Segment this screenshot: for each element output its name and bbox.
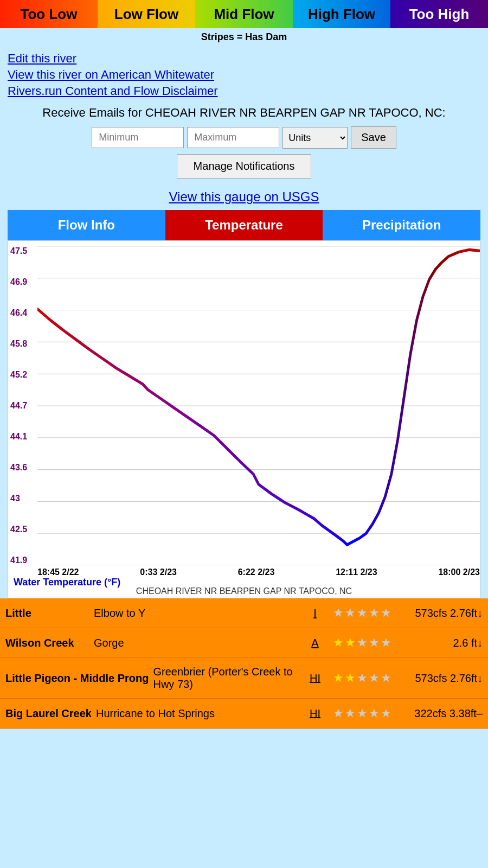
- river-name: Little: [5, 607, 89, 620]
- river-row[interactable]: Wilson Creek Gorge A ★★★★★ 2.6 ft↓: [0, 628, 488, 658]
- x-label-1: 0:33 2/23: [140, 567, 177, 577]
- river-flow: 322cfs 3.38ft–: [396, 707, 483, 720]
- chart-station-label: CHEOAH RIVER NR BEARPEN GAP NR TAPOCO, N…: [8, 586, 480, 598]
- manage-notifications-button[interactable]: Manage Notifications: [177, 154, 312, 178]
- river-rating: A: [301, 637, 329, 649]
- river-stars: ★★★★★: [333, 606, 391, 620]
- river-flow: 2.6 ft↓: [396, 637, 483, 649]
- river-section: Elbow to Y: [94, 607, 297, 620]
- river-name: Little Pigeon - Middle Prong: [5, 672, 149, 685]
- y-axis: 47.5 46.9 46.4 45.8 45.2 44.7 44.1 43.6 …: [8, 246, 37, 565]
- river-row[interactable]: Little Pigeon - Middle Prong Greenbrier …: [0, 658, 488, 699]
- email-section: Receive Emails for CHEOAH RIVER NR BEARP…: [8, 106, 480, 120]
- river-name: Wilson Creek: [5, 637, 89, 649]
- email-suffix: :: [442, 106, 446, 119]
- disclaimer-link[interactable]: Rivers.run Content and Flow Disclaimer: [8, 84, 480, 98]
- maximum-input[interactable]: [187, 127, 279, 148]
- edit-river-link[interactable]: Edit this river: [8, 52, 480, 66]
- y-label-5: 44.7: [8, 401, 37, 411]
- temperature-chart: 47.5 46.9 46.4 45.8 45.2 44.7 44.1 43.6 …: [8, 240, 480, 598]
- save-button[interactable]: Save: [351, 126, 396, 149]
- notification-form: Unitscfsft Save: [8, 126, 480, 149]
- river-stars: ★★★★★: [333, 636, 391, 650]
- y-label-0: 47.5: [8, 246, 37, 256]
- river-section: Gorge: [94, 637, 297, 649]
- y-label-3: 45.8: [8, 339, 37, 349]
- river-stars: ★★★★★: [333, 671, 391, 685]
- manage-notifications-row: Manage Notifications: [8, 154, 480, 178]
- nearby-rivers: Little Elbow to Y I ★★★★★ 573cfs 2.76ft↓…: [0, 598, 488, 729]
- y-label-6: 44.1: [8, 432, 37, 442]
- y-label-1: 46.9: [8, 277, 37, 287]
- tab-temperature[interactable]: Temperature: [165, 210, 323, 240]
- y-label-10: 41.9: [8, 556, 37, 565]
- chart-plot: [37, 246, 480, 565]
- high-flow-segment: High Flow: [293, 0, 390, 28]
- river-rating: I: [301, 607, 329, 620]
- x-axis: 18:45 2/22 0:33 2/23 6:22 2/23 12:11 2/2…: [37, 567, 480, 577]
- river-rating: HI: [301, 707, 329, 720]
- river-flow: 573cfs 2.76ft↓: [396, 607, 483, 620]
- link-section: Edit this river View this river on Ameri…: [8, 52, 480, 98]
- usgs-link[interactable]: View this gauge on USGS: [169, 189, 319, 204]
- units-select[interactable]: Unitscfsft: [282, 127, 348, 149]
- stripes-note: Stripes = Has Dam: [0, 28, 488, 46]
- x-label-3: 12:11 2/23: [336, 567, 377, 577]
- y-label-7: 43.6: [8, 463, 37, 473]
- river-flow: 573cfs 2.76ft↓: [396, 672, 483, 685]
- river-name: Big Laurel Creek: [5, 707, 92, 720]
- low-flow-label: Low Flow: [114, 6, 178, 23]
- river-section: Hurricane to Hot Springs: [96, 707, 297, 720]
- y-label-9: 42.5: [8, 525, 37, 534]
- usgs-link-row: View this gauge on USGS: [8, 189, 480, 205]
- minimum-input[interactable]: [92, 127, 184, 148]
- tabs-row: Flow Info Temperature Precipitation: [8, 210, 480, 240]
- mid-flow-label: Mid Flow: [214, 6, 274, 23]
- too-low-label: Too Low: [21, 6, 78, 23]
- river-row[interactable]: Big Laurel Creek Hurricane to Hot Spring…: [0, 699, 488, 729]
- river-row[interactable]: Little Elbow to Y I ★★★★★ 573cfs 2.76ft↓: [0, 598, 488, 628]
- mid-flow-segment: Mid Flow: [195, 0, 293, 28]
- river-stars: ★★★★★: [333, 706, 391, 720]
- tab-precipitation[interactable]: Precipitation: [323, 210, 480, 240]
- y-label-2: 46.4: [8, 308, 37, 318]
- email-river-name: CHEOAH RIVER NR BEARPEN GAP NR TAPOCO, N…: [145, 106, 442, 119]
- y-label-8: 43: [8, 494, 37, 503]
- flow-header: Too Low Low Flow Mid Flow High Flow Too …: [0, 0, 488, 28]
- low-flow-segment: Low Flow: [98, 0, 195, 28]
- river-rating: HI: [301, 672, 329, 685]
- x-label-4: 18:00 2/23: [438, 567, 480, 577]
- x-label-0: 18:45 2/22: [37, 567, 79, 577]
- y-label-4: 45.2: [8, 370, 37, 380]
- view-aw-link[interactable]: View this river on American Whitewater: [8, 68, 480, 82]
- too-low-segment: Too Low: [0, 0, 98, 28]
- email-prefix: Receive Emails for: [42, 106, 145, 119]
- x-label-2: 6:22 2/23: [238, 567, 275, 577]
- too-high-segment: Too High: [390, 0, 488, 28]
- too-high-label: Too High: [409, 6, 470, 23]
- tab-flow[interactable]: Flow Info: [8, 210, 165, 240]
- river-section: Greenbrier (Porter's Creek to Hwy 73): [153, 666, 297, 691]
- high-flow-label: High Flow: [308, 6, 375, 23]
